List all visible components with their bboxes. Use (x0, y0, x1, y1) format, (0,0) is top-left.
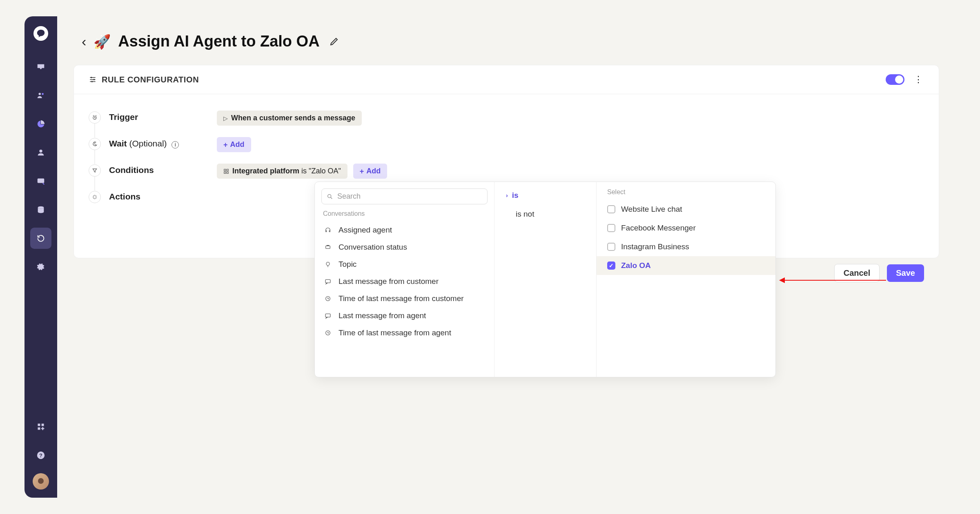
wait-row: Wait (Optional) i + Add (89, 131, 924, 158)
picker-field-item[interactable]: Time of last message from agent (321, 324, 488, 341)
picker-field-item[interactable]: Last message from customer (321, 273, 488, 290)
chat-bubble-icon (36, 29, 45, 38)
card-menu-button[interactable]: ⋮ (913, 74, 924, 85)
nav-people[interactable] (30, 85, 51, 106)
alarm-icon (92, 115, 98, 120)
picker-field-item[interactable]: Time of last message from customer (321, 290, 488, 307)
page-title: Assign AI Agent to Zalo OA (118, 33, 319, 50)
nav-settings[interactable] (30, 256, 51, 277)
svg-rect-22 (325, 279, 330, 283)
svg-rect-20 (326, 246, 330, 249)
svg-point-11 (91, 77, 92, 78)
picker-field-item[interactable]: Last message from agent (321, 307, 488, 324)
svg-point-1 (42, 93, 44, 95)
picker-option-item[interactable]: Facebook Messenger (597, 219, 775, 237)
checkbox[interactable] (607, 205, 615, 213)
nav-analytics[interactable] (30, 113, 51, 135)
picker-option-item[interactable]: Instagram Business (597, 237, 775, 256)
picker-option-item[interactable]: Website Live chat (597, 200, 775, 219)
conditions-row: Conditions Integrated platform is "Zalo … (89, 158, 924, 184)
svg-point-13 (91, 81, 93, 82)
wait-add-button[interactable]: + Add (217, 137, 251, 152)
trigger-condition-tag[interactable]: ▷ When a customer sends a message (217, 111, 362, 126)
condition-tag[interactable]: Integrated platform is "Zalo OA" (217, 164, 347, 179)
checkbox[interactable] (607, 224, 615, 232)
search-input[interactable] (337, 192, 482, 201)
field-label: Topic (339, 260, 356, 269)
trigger-row: Trigger ▷ When a customer sends a messag… (89, 105, 924, 131)
checkbox[interactable]: ✓ (607, 261, 615, 270)
picker-operators-column: ›isis not (494, 182, 597, 377)
nav-database[interactable] (30, 199, 51, 220)
picker-group-label: Conversations (323, 210, 486, 217)
trigger-label: Trigger (109, 112, 138, 122)
filter-icon (92, 168, 98, 173)
field-label: Last message from agent (339, 311, 426, 320)
sliders-icon (89, 75, 97, 84)
pencil-icon (329, 37, 339, 47)
spark-icon (92, 194, 98, 200)
svg-rect-15 (224, 169, 226, 171)
picker-field-item[interactable]: Assigned agent (321, 222, 488, 239)
nav-apps[interactable] (30, 416, 51, 437)
apps-icon (37, 423, 45, 431)
condition-add-button[interactable]: + Add (353, 164, 388, 179)
help-icon: ? (36, 451, 45, 460)
nav-automation[interactable] (30, 228, 51, 249)
msg-icon (325, 312, 334, 319)
clock-icon (325, 330, 334, 336)
rule-enabled-toggle[interactable] (886, 74, 904, 85)
option-label: Website Live chat (621, 205, 682, 214)
svg-rect-17 (224, 172, 226, 173)
back-button[interactable]: ‹ (82, 33, 86, 49)
field-label: Time of last message from agent (339, 328, 451, 337)
pie-icon (36, 120, 45, 128)
picker-field-item[interactable]: Topic (321, 256, 488, 273)
tag-icon (325, 244, 334, 250)
save-button[interactable]: Save (887, 264, 924, 282)
svg-rect-7 (42, 424, 44, 426)
user-avatar[interactable] (33, 473, 49, 490)
info-icon[interactable]: i (172, 141, 179, 148)
checkmark-icon: ✓ (609, 263, 614, 268)
nav-help[interactable]: ? (30, 445, 51, 466)
picker-option-item[interactable]: ✓Zalo OA (597, 256, 775, 275)
nav-contacts[interactable] (30, 142, 51, 163)
svg-rect-18 (227, 172, 228, 173)
picker-operator-item[interactable]: is not (494, 205, 596, 224)
annotation-arrow (780, 280, 886, 281)
svg-rect-24 (325, 314, 330, 317)
condition-picker: Conversations Assigned agentConversation… (314, 182, 776, 377)
svg-rect-3 (38, 179, 45, 183)
svg-text:?: ? (39, 452, 42, 459)
people-icon (36, 91, 45, 100)
actions-step-icon (89, 191, 101, 203)
checkbox[interactable] (607, 243, 615, 251)
svg-point-4 (38, 206, 44, 209)
svg-point-0 (39, 93, 41, 95)
operator-label: is (512, 191, 519, 200)
moon-icon (92, 141, 98, 147)
field-label: Time of last message from customer (339, 294, 464, 303)
operator-label: is not (516, 210, 534, 219)
picker-operator-item[interactable]: ›is (494, 186, 596, 205)
gear-icon (36, 262, 45, 271)
pin-icon (325, 261, 334, 268)
title-emoji: 🚀 (94, 33, 111, 50)
option-label: Zalo OA (621, 261, 651, 270)
picker-values-column: Select Website Live chatFacebook Messeng… (597, 182, 775, 377)
automation-icon (36, 234, 45, 243)
svg-point-19 (328, 194, 331, 197)
cards-icon (36, 177, 45, 186)
app-logo[interactable] (33, 26, 48, 41)
nav-cards[interactable] (30, 171, 51, 192)
nav-inbox[interactable] (30, 56, 51, 78)
edit-title-button[interactable] (327, 35, 341, 49)
clock-icon (325, 295, 334, 302)
trigger-step-icon (89, 111, 101, 124)
play-icon: ▷ (223, 115, 228, 122)
main-content: ‹ 🚀 Assign AI Agent to Zalo OA RULE CONF… (57, 16, 956, 498)
picker-field-item[interactable]: Conversation status (321, 239, 488, 256)
msg-icon (325, 278, 334, 285)
picker-search[interactable] (321, 188, 488, 204)
